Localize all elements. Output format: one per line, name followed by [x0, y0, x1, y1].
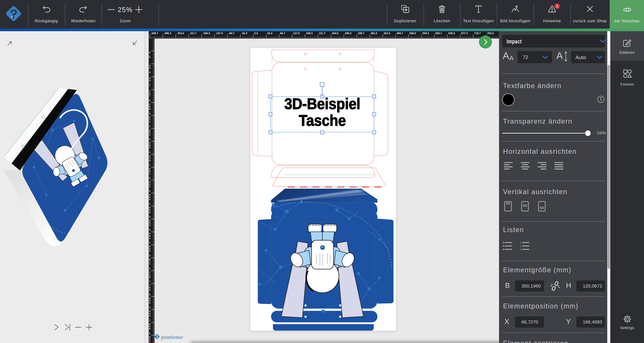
svg-text:550.3: 550.3 — [422, 32, 429, 35]
svg-text:804.3: 804.3 — [149, 297, 150, 309]
svg-text:508.0: 508.0 — [149, 206, 150, 218]
svg-text:762.0: 762.0 — [487, 32, 494, 35]
svg-text:-254.0: -254.0 — [177, 32, 184, 35]
svg-text:169.3: 169.3 — [149, 103, 150, 115]
svg-text:-42.3: -42.3 — [241, 32, 247, 35]
svg-text:254.0: 254.0 — [149, 129, 150, 140]
svg-text:719.7: 719.7 — [474, 32, 481, 35]
svg-text:508.0: 508.0 — [410, 32, 416, 35]
svg-text:338.7: 338.7 — [358, 32, 364, 35]
svg-text:635.0: 635.0 — [149, 245, 150, 257]
svg-text:211.7: 211.7 — [319, 32, 326, 35]
svg-text:423.3: 423.3 — [149, 180, 150, 192]
svg-text:42.3: 42.3 — [267, 32, 272, 35]
svg-text:465.7: 465.7 — [149, 194, 150, 205]
svg-text:-296.3: -296.3 — [164, 32, 171, 35]
svg-text:127.0: 127.0 — [149, 90, 150, 102]
svg-text:762.0: 762.0 — [149, 284, 150, 296]
svg-text:-127.0: -127.0 — [216, 32, 223, 35]
svg-text:-211.7: -211.7 — [190, 32, 197, 35]
svg-text:889.0: 889.0 — [149, 323, 150, 335]
svg-text:254.0: 254.0 — [332, 32, 338, 35]
svg-text:381.0: 381.0 — [149, 168, 150, 180]
svg-text:296.3: 296.3 — [149, 142, 150, 154]
svg-text:423.3: 423.3 — [384, 32, 390, 35]
svg-text:592.7: 592.7 — [435, 32, 442, 35]
svg-text:-169.3: -169.3 — [202, 32, 210, 35]
svg-text:677.3: 677.3 — [461, 32, 468, 35]
svg-text:3: 3 — [520, 248, 521, 250]
svg-text:42.3: 42.3 — [149, 64, 150, 74]
svg-text:592.7: 592.7 — [149, 232, 150, 244]
svg-text:127.0: 127.0 — [293, 32, 300, 35]
svg-text:550.3: 550.3 — [149, 219, 150, 231]
svg-text:2: 2 — [520, 245, 521, 247]
svg-text:931.3: 931.3 — [149, 336, 150, 343]
svg-text:0.0: 0.0 — [254, 32, 258, 35]
svg-text:846.7: 846.7 — [149, 310, 150, 322]
svg-text:635.0: 635.0 — [448, 32, 455, 35]
svg-text:381.0: 381.0 — [370, 32, 377, 35]
svg-text:296.3: 296.3 — [345, 32, 352, 35]
svg-text:-84.7: -84.7 — [228, 32, 234, 35]
svg-text:84.7: 84.7 — [280, 32, 285, 35]
svg-text:677.3: 677.3 — [149, 258, 150, 270]
svg-text:211.7: 211.7 — [149, 116, 150, 128]
svg-text:338.7: 338.7 — [149, 155, 150, 166]
svg-text:0.0: 0.0 — [149, 51, 150, 58]
svg-text:-338.7: -338.7 — [151, 32, 158, 35]
svg-text:1: 1 — [520, 242, 521, 244]
svg-text:84.7: 84.7 — [149, 77, 150, 86]
svg-text:169.3: 169.3 — [306, 32, 313, 35]
svg-text:465.7: 465.7 — [396, 32, 403, 35]
svg-text:719.7: 719.7 — [149, 271, 150, 283]
